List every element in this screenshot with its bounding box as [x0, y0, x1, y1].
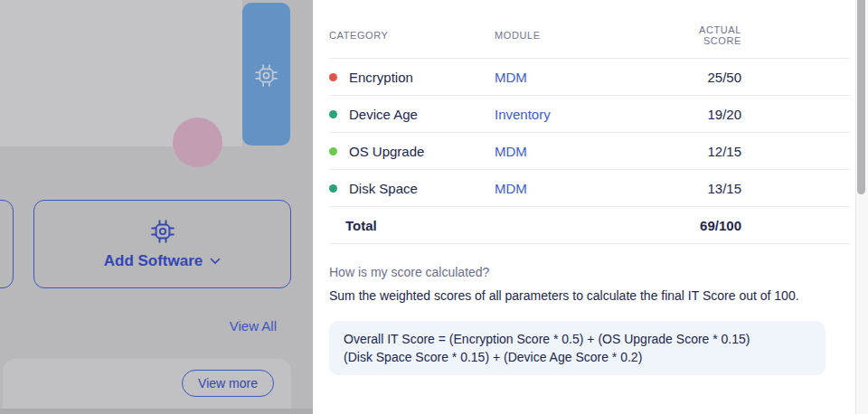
dimmed-background: Add Software View All View more [0, 0, 313, 414]
table-row: OS Upgrade MDM 12/15 [329, 133, 850, 170]
score-help-question: How is my score calculated? [329, 265, 855, 279]
partial-button-left[interactable] [0, 200, 14, 288]
score-help-description: Sum the weighted scores of all parameter… [329, 288, 855, 303]
formula-line-1: Overall IT Score = (Encryption Score * 0… [344, 330, 811, 348]
module-link[interactable]: MDM [495, 181, 661, 196]
view-all-link[interactable]: View All [230, 318, 277, 334]
column-header-score: ACTUAL SCORE [661, 24, 741, 46]
add-software-label: Add Software [104, 252, 203, 270]
total-score-value: 69/100 [661, 218, 741, 233]
total-label: Total [329, 218, 661, 233]
module-link[interactable]: Inventory [495, 107, 661, 122]
module-link[interactable]: MDM [495, 70, 661, 85]
status-dot [329, 184, 337, 193]
table-row: Encryption MDM 25/50 [329, 59, 850, 96]
status-dot [329, 110, 337, 118]
it-score-panel: CATEGORY MODULE ACTUAL SCORE Encryption … [313, 0, 855, 414]
decorative-circle [173, 118, 222, 167]
table-total-row: Total 69/100 [329, 207, 850, 244]
column-header-module: MODULE [495, 30, 661, 41]
score-value: 19/20 [661, 107, 741, 122]
screen: Add Software View All View more CATEGORY… [0, 0, 868, 414]
category-label: OS Upgrade [349, 144, 424, 159]
scrollbar-thumb[interactable] [857, 0, 865, 194]
status-dot [329, 73, 337, 81]
chevron-down-icon [210, 258, 221, 265]
column-header-category: CATEGORY [329, 30, 495, 41]
add-software-button[interactable]: Add Software [33, 200, 291, 288]
score-value: 13/15 [661, 181, 741, 196]
status-dot [329, 147, 337, 155]
chip-icon [150, 219, 175, 244]
category-label: Disk Space [349, 181, 418, 196]
chip-icon [254, 63, 278, 88]
background-strip [0, 409, 313, 414]
score-value: 25/50 [661, 70, 741, 85]
software-tile[interactable] [242, 3, 290, 146]
category-label: Encryption [349, 70, 413, 85]
module-link[interactable]: MDM [495, 144, 661, 159]
view-more-button[interactable]: View more [182, 370, 274, 397]
table-row: Disk Space MDM 13/15 [329, 170, 850, 207]
score-value: 12/15 [661, 144, 741, 159]
table-header-row: CATEGORY MODULE ACTUAL SCORE [329, 0, 850, 59]
table-row: Device Age Inventory 19/20 [329, 96, 850, 133]
score-table: CATEGORY MODULE ACTUAL SCORE Encryption … [329, 0, 850, 244]
score-formula-box: Overall IT Score = (Encryption Score * 0… [329, 321, 826, 375]
formula-line-2: (Disk Space Score * 0.15) + (Device Age … [344, 348, 811, 366]
category-label: Device Age [349, 107, 418, 122]
